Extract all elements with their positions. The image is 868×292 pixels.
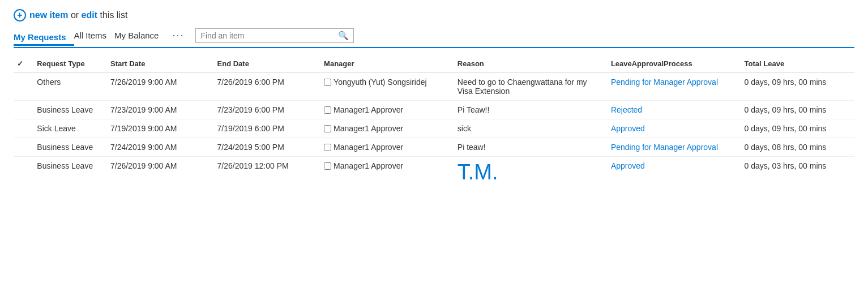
cell-start-date: 7/26/2019 9:00 AM <box>107 73 214 101</box>
new-item-icon[interactable]: + <box>14 9 26 22</box>
manager-checkbox[interactable] <box>324 125 331 132</box>
cell-approval[interactable]: Approved <box>608 119 741 138</box>
top-action-bar: + new item or edit this list <box>14 9 854 22</box>
nav-bar: My Requests All Items My Balance ··· 🔍 <box>14 27 854 48</box>
header-reason: Reason <box>454 55 608 73</box>
cell-manager: Manager1 Approver <box>320 138 454 157</box>
cell-reason: Pi Teaw!! <box>454 101 608 119</box>
header-total: Total Leave <box>741 55 854 73</box>
header-check: ✓ <box>14 55 33 73</box>
cell-start-date: 7/19/2019 9:00 AM <box>107 119 214 138</box>
cell-reason: Need to go to Chaengwattana for my Visa … <box>454 73 608 101</box>
cell-approval[interactable]: Rejected <box>608 101 741 119</box>
row-checkbox-cell <box>14 73 33 101</box>
manager-name: Manager1 Approver <box>333 143 403 152</box>
table-row: Business Leave7/26/2019 9:00 AM7/26/2019… <box>14 157 854 188</box>
cell-request-type: Business Leave <box>33 101 107 119</box>
cell-manager: Manager1 Approver <box>320 157 454 188</box>
cell-reason: sick <box>454 119 608 138</box>
manager-name: Yongyuth (Yut) Songsiridej <box>333 78 426 87</box>
manager-checkbox[interactable] <box>324 79 331 86</box>
cell-total-leave: 0 days, 09 hrs, 00 mins <box>741 101 854 119</box>
requests-table: ✓ Request Type Start Date End Date Manag… <box>14 55 854 187</box>
cell-request-type: Others <box>33 73 107 101</box>
cell-start-date: 7/26/2019 9:00 AM <box>107 157 214 188</box>
cell-end-date: 7/24/2019 5:00 PM <box>214 138 321 157</box>
manager-name: Manager1 Approver <box>333 124 403 133</box>
cell-manager: Yongyuth (Yut) Songsiridej <box>320 73 454 101</box>
cell-reason: T.M. <box>454 157 608 188</box>
initials-text: T.M. <box>457 160 498 184</box>
cell-approval[interactable]: Pending for Manager Approval <box>608 73 741 101</box>
row-checkbox-cell <box>14 119 33 138</box>
header-end-date: End Date <box>214 55 321 73</box>
cell-total-leave: 0 days, 03 hrs, 00 mins <box>741 157 854 188</box>
manager-checkbox[interactable] <box>324 144 331 151</box>
header-start-date: Start Date <box>107 55 214 73</box>
cell-request-type: Business Leave <box>33 157 107 188</box>
or-text: or <box>71 10 82 20</box>
table-header-row: ✓ Request Type Start Date End Date Manag… <box>14 55 854 73</box>
manager-checkbox[interactable] <box>324 162 331 170</box>
cell-total-leave: 0 days, 09 hrs, 00 mins <box>741 119 854 138</box>
cell-start-date: 7/24/2019 9:00 AM <box>107 138 214 157</box>
approval-status-link[interactable]: Approved <box>611 161 645 170</box>
cell-approval[interactable]: Approved <box>608 157 741 188</box>
row-checkbox-cell <box>14 101 33 119</box>
edit-list-link[interactable]: edit <box>82 10 97 20</box>
search-icon[interactable]: 🔍 <box>338 31 349 41</box>
cell-manager: Manager1 Approver <box>320 119 454 138</box>
approval-status-link[interactable]: Pending for Manager Approval <box>611 143 718 152</box>
cell-total-leave: 0 days, 09 hrs, 00 mins <box>741 73 854 101</box>
cell-total-leave: 0 days, 08 hrs, 00 mins <box>741 138 854 157</box>
cell-manager: Manager1 Approver <box>320 101 454 119</box>
search-input[interactable] <box>200 31 338 40</box>
cell-end-date: 7/19/2019 6:00 PM <box>214 119 321 138</box>
approval-status-link[interactable]: Rejected <box>611 105 642 114</box>
approval-status-link[interactable]: Approved <box>611 124 645 133</box>
table-row: Sick Leave7/19/2019 9:00 AM7/19/2019 6:0… <box>14 119 854 138</box>
cell-end-date: 7/26/2019 12:00 PM <box>214 157 321 188</box>
nav-item-all-items[interactable]: All Items <box>74 28 115 42</box>
new-item-link[interactable]: new item <box>29 10 68 20</box>
cell-request-type: Business Leave <box>33 138 107 157</box>
this-list-text: this list <box>100 10 128 20</box>
manager-name: Manager1 Approver <box>333 161 403 170</box>
table-row: Business Leave7/23/2019 9:00 AM7/23/2019… <box>14 101 854 119</box>
nav-item-my-balance[interactable]: My Balance <box>114 28 166 42</box>
cell-end-date: 7/23/2019 6:00 PM <box>214 101 321 119</box>
table-row: Business Leave7/24/2019 9:00 AM7/24/2019… <box>14 138 854 157</box>
cell-reason: Pi teaw! <box>454 138 608 157</box>
row-checkbox-cell <box>14 157 33 188</box>
manager-name: Manager1 Approver <box>333 105 403 114</box>
row-checkbox-cell <box>14 138 33 157</box>
header-manager: Manager <box>320 55 454 73</box>
cell-end-date: 7/26/2019 6:00 PM <box>214 73 321 101</box>
table-row: Others7/26/2019 9:00 AM7/26/2019 6:00 PM… <box>14 73 854 101</box>
header-approval: LeaveApprovalProcess <box>608 55 741 73</box>
cell-approval[interactable]: Pending for Manager Approval <box>608 138 741 157</box>
manager-checkbox[interactable] <box>324 106 331 114</box>
nav-more-button[interactable]: ··· <box>166 27 190 44</box>
header-request-type: Request Type <box>33 55 107 73</box>
cell-request-type: Sick Leave <box>33 119 107 138</box>
search-box: 🔍 <box>195 28 354 43</box>
approval-status-link[interactable]: Pending for Manager Approval <box>611 78 718 87</box>
nav-item-my-requests[interactable]: My Requests <box>14 30 74 46</box>
cell-start-date: 7/23/2019 9:00 AM <box>107 101 214 119</box>
